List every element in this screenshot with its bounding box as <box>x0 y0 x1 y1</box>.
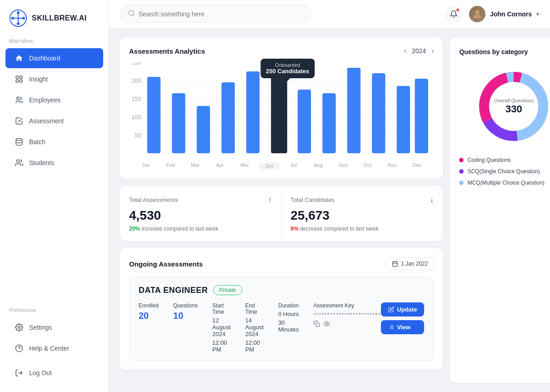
arrow-down-icon: ↓ <box>430 195 434 205</box>
month-jun: Jun <box>258 162 280 170</box>
svg-rect-37 <box>298 90 311 153</box>
user-menu[interactable]: John Cornors ▾ <box>469 6 539 22</box>
tooltip-title: Onboarded <box>266 62 309 68</box>
assessment-name: DATA ENGINEER <box>139 286 208 295</box>
key-value: •••••••••••••••••••••••• <box>314 311 381 317</box>
donut-chart: Overall Questions 330 <box>473 65 550 147</box>
main-menu-label: Main Menu <box>0 38 109 47</box>
questions-label: Questions <box>173 302 198 309</box>
sidebar-item-help[interactable]: Help & Center <box>5 338 103 358</box>
ongoing-header: Ongoing Assessments 1 Jan 2022 <box>129 257 434 270</box>
sidebar-item-settings[interactable]: Settings <box>5 317 103 337</box>
svg-rect-40 <box>372 73 385 153</box>
logout-item[interactable]: Log Out <box>5 363 103 383</box>
sidebar-item-insight[interactable]: Insight <box>5 69 103 89</box>
chevron-down-icon: ▾ <box>536 11 539 17</box>
assessment-actions: Update View <box>381 302 424 334</box>
logo-area: SKILLBREW.AI <box>0 9 109 38</box>
students-icon <box>15 158 24 167</box>
legend-left-scq: SCQ(Single Choice Question) <box>459 168 540 175</box>
dashboard-label: Dashboard <box>29 55 60 62</box>
chart-tooltip: Onboarded 250 Candidates <box>260 59 315 78</box>
assessment-label: Assessment <box>29 117 64 125</box>
user-name: John Cornors <box>490 10 532 18</box>
main-area: John Cornors ▾ Assessments Analytics ‹ 2… <box>109 0 550 392</box>
start-time-time: 12:00 PM <box>212 339 230 353</box>
content-left: Assessments Analytics ‹ 2024 › Onboarded… <box>120 38 443 383</box>
svg-text:100: 100 <box>131 114 141 121</box>
svg-text:50: 50 <box>135 132 141 139</box>
svg-rect-42 <box>415 79 428 153</box>
candidates-value: 25,673 <box>290 208 434 223</box>
legend-item-scq: SCQ(Single Choice Question) 68 <box>459 168 550 175</box>
sidebar-item-students[interactable]: Students <box>5 153 103 173</box>
duration-line2: 30 Minutes <box>278 319 299 333</box>
start-time-date: 12 August 2024 <box>212 317 230 337</box>
avatar <box>469 6 485 22</box>
settings-label: Settings <box>29 324 52 331</box>
assessments-value: 4,530 <box>129 208 272 223</box>
sidebar: SKILLBREW.AI Main Menu Dashboard Insight… <box>0 0 109 392</box>
assessments-change: 20% increase compared to last week <box>129 226 272 232</box>
donut-label: Overall Questions <box>494 98 534 103</box>
students-label: Students <box>29 159 54 166</box>
svg-point-14 <box>18 327 20 329</box>
svg-rect-7 <box>16 76 18 78</box>
svg-point-12 <box>16 139 22 141</box>
legend-list: Coding Questions 104 SCQ(Single Choice Q… <box>459 156 550 186</box>
next-year-button[interactable]: › <box>431 47 434 55</box>
svg-rect-35 <box>246 71 260 153</box>
logo-icon <box>9 9 27 27</box>
svg-text:250: 250 <box>131 62 141 66</box>
copy-icon[interactable] <box>314 321 320 328</box>
svg-text:200: 200 <box>131 78 141 84</box>
svg-rect-34 <box>221 82 235 153</box>
candidates-desc: decrease compared to last week <box>300 226 379 232</box>
search-bar[interactable] <box>120 5 311 23</box>
scq-label: SCQ(Single Choice Question) <box>467 168 540 175</box>
candidates-pct: 8% <box>290 226 298 232</box>
donut-container: Overall Questions 330 <box>459 65 550 147</box>
candidates-change: 8% decrease compared to last week <box>290 226 434 232</box>
total-candidates-stat: Total Candidates ↓ 25,673 8% decrease co… <box>281 186 443 241</box>
start-time-label: Start Time <box>212 302 230 315</box>
svg-point-11 <box>17 97 20 100</box>
chart-x-labels: Jan Feb Mar Apr Mei Jun Jul Aug Sep Oct … <box>129 162 434 170</box>
sidebar-item-batch[interactable]: Batch <box>5 132 103 152</box>
end-time-group: End Time 14 August 2024 12:00 PM <box>245 302 264 353</box>
coding-dot <box>459 158 464 162</box>
mcq-dot <box>459 181 464 185</box>
content-area: Assessments Analytics ‹ 2024 › Onboarded… <box>109 29 550 392</box>
batch-label: Batch <box>29 138 45 146</box>
assessment-top: DATA ENGINEER Private <box>139 285 424 295</box>
eye-icon[interactable] <box>324 321 330 328</box>
chart-area: Onboarded 250 Candidates 250 200 <box>129 62 434 162</box>
legend-left-coding: Coding Questions <box>459 157 510 163</box>
legend-left-mcq: MCQ(Multiple Choice Question) <box>459 180 544 186</box>
svg-point-3 <box>17 11 20 14</box>
svg-point-4 <box>22 17 25 20</box>
prev-year-button[interactable]: ‹ <box>404 47 406 55</box>
search-input[interactable] <box>139 10 303 18</box>
month-mei: Mei <box>234 162 255 170</box>
scq-dot <box>459 169 464 174</box>
svg-point-6 <box>11 17 14 20</box>
month-jan: Jan <box>135 162 157 170</box>
assessment-body: Enrolled 20 Questions 10 Start Time 12 A… <box>139 302 424 353</box>
tooltip-value: 250 Candidates <box>266 68 309 75</box>
settings-icon <box>15 323 24 332</box>
donut-center: Overall Questions 330 <box>494 98 534 115</box>
questions-group: Questions 10 <box>173 302 198 321</box>
topbar-right: John Cornors ▾ <box>445 6 539 22</box>
app-name: SKILLBREW.AI <box>32 14 87 22</box>
sidebar-item-assessment[interactable]: Assessment <box>5 111 103 131</box>
end-time-date: 14 August 2024 <box>245 317 264 337</box>
sidebar-item-employees[interactable]: Employees <box>5 90 103 110</box>
update-button[interactable]: Update <box>381 302 424 317</box>
notification-button[interactable] <box>445 6 462 22</box>
enrolled-group: Enrolled 20 <box>139 302 159 321</box>
view-button[interactable]: View <box>381 320 424 334</box>
month-sep: Sep <box>332 162 354 170</box>
employees-icon <box>15 95 24 105</box>
sidebar-item-dashboard[interactable]: Dashboard <box>5 48 103 68</box>
